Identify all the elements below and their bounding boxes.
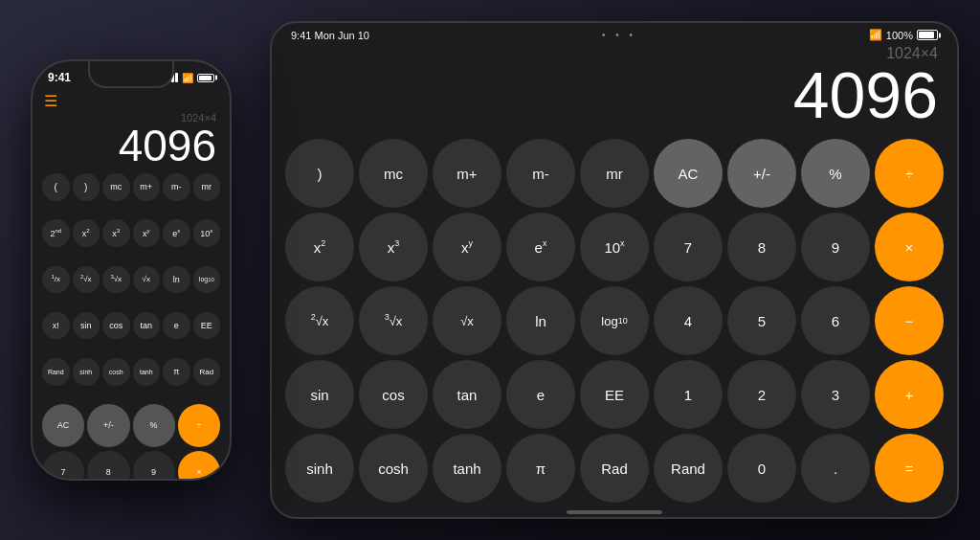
btn-sinh[interactable]: sinh bbox=[285, 434, 354, 503]
iphone-btn-sinh[interactable]: sinh bbox=[73, 358, 100, 386]
btn-mr[interactable]: mr bbox=[580, 139, 649, 208]
btn-close-paren[interactable]: ) bbox=[285, 139, 354, 208]
btn-9[interactable]: 9 bbox=[801, 213, 870, 281]
btn-ln[interactable]: ln bbox=[506, 286, 575, 355]
iphone-btn-sin[interactable]: sin bbox=[73, 312, 100, 340]
iphone-buttons: ( ) mc m+ m- mr 2nd x2 x3 xy ex 10x bbox=[38, 171, 224, 481]
iphone-btn-ac[interactable]: AC bbox=[42, 404, 84, 446]
hamburger-icon[interactable]: ☰ bbox=[44, 92, 57, 110]
btn-xy[interactable]: xy bbox=[433, 213, 501, 281]
iphone-btn-10x[interactable]: 10x bbox=[193, 219, 221, 247]
iphone-btn-m-plus[interactable]: m+ bbox=[133, 173, 161, 201]
btn-pi[interactable]: π bbox=[506, 434, 575, 503]
iphone-btn-ee[interactable]: EE bbox=[193, 312, 221, 340]
iphone-row-7: 7 8 9 × bbox=[42, 451, 220, 482]
iphone-btn-plus-minus[interactable]: +/- bbox=[87, 404, 129, 446]
iphone-btn-open-paren[interactable]: ( bbox=[42, 173, 70, 201]
iphone-btn-8[interactable]: 8 bbox=[87, 451, 129, 482]
btn-divide[interactable]: ÷ bbox=[875, 139, 944, 208]
btn-3rootx[interactable]: 3√x bbox=[359, 286, 428, 355]
iphone-btn-xy[interactable]: xy bbox=[133, 219, 161, 247]
iphone-btn-rad[interactable]: Rad bbox=[193, 358, 221, 386]
ipad-time: 9:41 Mon Jun 10 bbox=[291, 30, 369, 41]
iphone-btn-ex[interactable]: ex bbox=[163, 219, 190, 247]
btn-m-minus[interactable]: m- bbox=[506, 139, 575, 208]
btn-cosh[interactable]: cosh bbox=[359, 434, 428, 503]
iphone-topbar: ☰ bbox=[38, 88, 224, 112]
btn-7[interactable]: 7 bbox=[654, 213, 723, 281]
btn-4[interactable]: 4 bbox=[654, 286, 723, 355]
iphone-btn-2rootx[interactable]: 2√x bbox=[73, 266, 100, 294]
iphone-btn-log10[interactable]: log10 bbox=[193, 266, 221, 294]
iphone-btn-2nd[interactable]: 2nd bbox=[42, 219, 70, 247]
btn-e[interactable]: e bbox=[506, 360, 575, 429]
ipad-button-grid: ) mc m+ m- mr AC +/- % ÷ x2 x3 xy ex 10x… bbox=[272, 135, 957, 510]
btn-8[interactable]: 8 bbox=[727, 213, 796, 281]
btn-x2[interactable]: x2 bbox=[285, 213, 354, 281]
btn-tanh[interactable]: tanh bbox=[433, 434, 501, 503]
btn-5[interactable]: 5 bbox=[727, 286, 796, 355]
ipad-display: 1024×4 4096 bbox=[272, 45, 957, 135]
iphone-btn-m-minus[interactable]: m- bbox=[163, 173, 190, 201]
iphone-btn-percent[interactable]: % bbox=[133, 404, 175, 446]
btn-plus-minus[interactable]: +/- bbox=[727, 139, 796, 208]
iphone-time: 9:41 bbox=[48, 71, 71, 84]
btn-rootx[interactable]: √x bbox=[433, 286, 501, 355]
btn-rad[interactable]: Rad bbox=[580, 434, 649, 503]
ipad-wifi-icon: 📶 bbox=[869, 29, 882, 41]
btn-x3[interactable]: x3 bbox=[359, 213, 428, 281]
btn-ex[interactable]: ex bbox=[506, 213, 575, 281]
btn-tan[interactable]: tan bbox=[433, 360, 501, 429]
iphone-btn-tanh[interactable]: tanh bbox=[133, 358, 161, 386]
btn-equals[interactable]: = bbox=[875, 434, 944, 503]
iphone-btn-pi[interactable]: π bbox=[163, 358, 190, 386]
iphone-btn-e[interactable]: e bbox=[163, 312, 190, 340]
btn-multiply[interactable]: × bbox=[875, 213, 944, 281]
iphone-btn-x2[interactable]: x2 bbox=[73, 219, 100, 247]
iphone-btn-cos[interactable]: cos bbox=[102, 312, 130, 340]
ipad-dots: • • • bbox=[602, 30, 636, 40]
btn-2rootx[interactable]: 2√x bbox=[285, 286, 354, 355]
btn-10x[interactable]: 10x bbox=[580, 213, 649, 281]
btn-2[interactable]: 2 bbox=[727, 360, 796, 429]
btn-subtract[interactable]: − bbox=[875, 286, 944, 355]
btn-0[interactable]: 0 bbox=[727, 434, 796, 503]
iphone-btn-rootx[interactable]: √x bbox=[133, 266, 161, 294]
iphone-btn-divide[interactable]: ÷ bbox=[178, 404, 220, 446]
iphone-btn-x3[interactable]: x3 bbox=[102, 219, 130, 247]
btn-rand[interactable]: Rand bbox=[654, 434, 723, 503]
btn-log10[interactable]: log10 bbox=[580, 286, 649, 355]
btn-m-plus[interactable]: m+ bbox=[433, 139, 501, 208]
iphone-btn-rand[interactable]: Rand bbox=[42, 358, 70, 386]
iphone-notch bbox=[88, 61, 174, 88]
iphone-btn-1overx[interactable]: 1/x bbox=[42, 266, 70, 294]
ipad-statusbar: 9:41 Mon Jun 10 • • • 📶 100% bbox=[272, 23, 957, 45]
btn-decimal[interactable]: . bbox=[801, 434, 870, 503]
iphone-btn-7[interactable]: 7 bbox=[42, 451, 84, 482]
iphone-btn-mc[interactable]: mc bbox=[102, 173, 130, 201]
btn-mc[interactable]: mc bbox=[359, 139, 428, 208]
btn-6[interactable]: 6 bbox=[801, 286, 870, 355]
iphone-btn-xfact[interactable]: x! bbox=[42, 312, 70, 340]
btn-percent[interactable]: % bbox=[801, 139, 870, 208]
btn-sin[interactable]: sin bbox=[285, 360, 354, 429]
btn-ee[interactable]: EE bbox=[580, 360, 649, 429]
iphone-btn-ln[interactable]: ln bbox=[163, 266, 190, 294]
iphone-btn-tan[interactable]: tan bbox=[133, 312, 161, 340]
ipad-home-bar bbox=[567, 510, 662, 514]
iphone-row-1: ( ) mc m+ m- mr bbox=[42, 173, 220, 215]
btn-ac[interactable]: AC bbox=[654, 139, 723, 208]
btn-add[interactable]: + bbox=[875, 360, 944, 429]
iphone-btn-3rootx[interactable]: 3√x bbox=[102, 266, 130, 294]
btn-3[interactable]: 3 bbox=[801, 360, 870, 429]
ipad-device: 9:41 Mon Jun 10 • • • 📶 100% 1024×4 4096… bbox=[270, 21, 959, 519]
iphone-btn-mr[interactable]: mr bbox=[193, 173, 221, 201]
iphone-btn-9[interactable]: 9 bbox=[133, 451, 175, 482]
iphone-btn-cosh[interactable]: cosh bbox=[102, 358, 130, 386]
iphone-btn-multiply[interactable]: × bbox=[178, 451, 220, 482]
iphone-btn-close-paren[interactable]: ) bbox=[73, 173, 100, 201]
iphone-row-5: Rand sinh cosh tanh π Rad bbox=[42, 358, 220, 400]
iphone-row-3: 1/x 2√x 3√x √x ln log10 bbox=[42, 266, 220, 308]
btn-1[interactable]: 1 bbox=[654, 360, 723, 429]
btn-cos[interactable]: cos bbox=[359, 360, 428, 429]
